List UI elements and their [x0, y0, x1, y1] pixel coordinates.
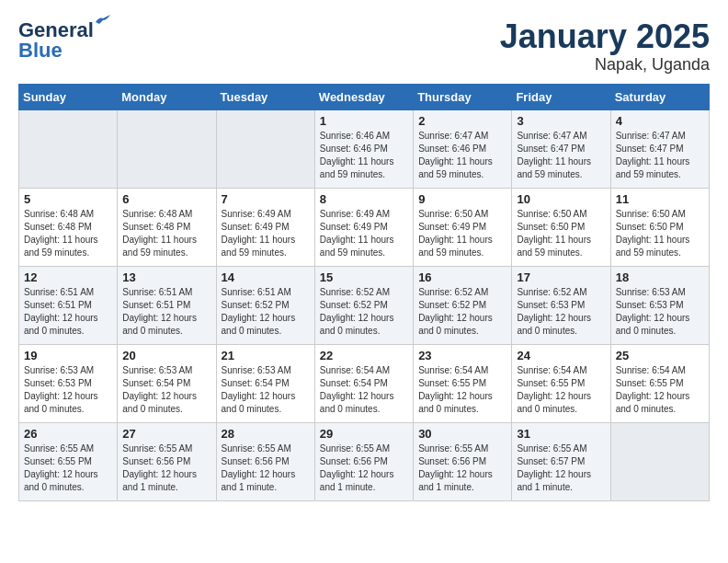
calendar-cell — [216, 109, 314, 188]
weekday-header-monday: Monday — [118, 84, 216, 109]
page-header: General Blue January 2025 Napak, Uganda — [18, 18, 710, 75]
day-info: Sunrise: 6:55 AM Sunset: 6:56 PM Dayligh… — [418, 442, 506, 494]
weekday-header-saturday: Saturday — [610, 84, 709, 109]
logo: General Blue — [18, 18, 94, 63]
calendar-cell: 3Sunrise: 6:47 AM Sunset: 6:47 PM Daylig… — [512, 109, 610, 188]
week-row-2: 5Sunrise: 6:48 AM Sunset: 6:48 PM Daylig… — [19, 188, 710, 266]
calendar-cell: 14Sunrise: 6:51 AM Sunset: 6:52 PM Dayli… — [216, 266, 314, 344]
calendar-header: SundayMondayTuesdayWednesdayThursdayFrid… — [19, 84, 710, 109]
day-info: Sunrise: 6:53 AM Sunset: 6:54 PM Dayligh… — [122, 364, 210, 416]
day-number: 14 — [222, 270, 310, 284]
calendar-cell: 15Sunrise: 6:52 AM Sunset: 6:52 PM Dayli… — [314, 266, 413, 344]
week-row-1: 1Sunrise: 6:46 AM Sunset: 6:46 PM Daylig… — [19, 109, 710, 188]
day-info: Sunrise: 6:50 AM Sunset: 6:50 PM Dayligh… — [616, 208, 704, 259]
calendar-cell: 20Sunrise: 6:53 AM Sunset: 6:54 PM Dayli… — [118, 344, 216, 422]
logo-bird-icon — [94, 15, 110, 28]
calendar-cell: 11Sunrise: 6:50 AM Sunset: 6:50 PM Dayli… — [610, 188, 709, 266]
calendar-cell: 28Sunrise: 6:55 AM Sunset: 6:56 PM Dayli… — [216, 422, 314, 500]
day-info: Sunrise: 6:55 AM Sunset: 6:56 PM Dayligh… — [222, 442, 310, 494]
day-number: 24 — [517, 349, 605, 362]
day-info: Sunrise: 6:53 AM Sunset: 6:54 PM Dayligh… — [222, 364, 310, 416]
calendar-cell: 26Sunrise: 6:55 AM Sunset: 6:55 PM Dayli… — [19, 422, 118, 500]
day-info: Sunrise: 6:55 AM Sunset: 6:56 PM Dayligh… — [122, 442, 210, 494]
day-info: Sunrise: 6:55 AM Sunset: 6:55 PM Dayligh… — [24, 442, 112, 494]
calendar-subtitle: Napak, Uganda — [500, 55, 710, 75]
calendar-cell: 29Sunrise: 6:55 AM Sunset: 6:56 PM Dayli… — [314, 422, 413, 500]
logo-general: General — [18, 18, 94, 41]
calendar-cell: 8Sunrise: 6:49 AM Sunset: 6:49 PM Daylig… — [314, 188, 413, 266]
day-info: Sunrise: 6:55 AM Sunset: 6:57 PM Dayligh… — [517, 442, 605, 494]
weekday-header-row: SundayMondayTuesdayWednesdayThursdayFrid… — [19, 84, 710, 109]
day-number: 21 — [222, 349, 310, 362]
calendar-cell: 5Sunrise: 6:48 AM Sunset: 6:48 PM Daylig… — [19, 188, 118, 266]
calendar-cell — [118, 109, 216, 188]
day-info: Sunrise: 6:49 AM Sunset: 6:49 PM Dayligh… — [320, 208, 408, 259]
day-number: 16 — [418, 270, 506, 284]
calendar-cell — [19, 109, 118, 188]
calendar-cell: 24Sunrise: 6:54 AM Sunset: 6:55 PM Dayli… — [512, 344, 610, 422]
calendar-cell: 6Sunrise: 6:48 AM Sunset: 6:48 PM Daylig… — [118, 188, 216, 266]
day-number: 4 — [616, 114, 704, 128]
day-info: Sunrise: 6:54 AM Sunset: 6:55 PM Dayligh… — [616, 364, 704, 416]
day-number: 15 — [320, 270, 408, 284]
calendar-cell: 1Sunrise: 6:46 AM Sunset: 6:46 PM Daylig… — [314, 109, 413, 188]
day-info: Sunrise: 6:48 AM Sunset: 6:48 PM Dayligh… — [122, 208, 210, 259]
day-info: Sunrise: 6:51 AM Sunset: 6:52 PM Dayligh… — [222, 286, 310, 338]
day-number: 27 — [122, 427, 210, 441]
weekday-header-tuesday: Tuesday — [216, 84, 314, 109]
calendar-cell: 10Sunrise: 6:50 AM Sunset: 6:50 PM Dayli… — [512, 188, 610, 266]
day-info: Sunrise: 6:54 AM Sunset: 6:54 PM Dayligh… — [320, 364, 408, 416]
weekday-header-thursday: Thursday — [414, 84, 512, 109]
day-number: 30 — [418, 427, 506, 441]
day-info: Sunrise: 6:48 AM Sunset: 6:48 PM Dayligh… — [24, 208, 112, 259]
day-number: 7 — [222, 192, 310, 206]
week-row-4: 19Sunrise: 6:53 AM Sunset: 6:53 PM Dayli… — [19, 344, 710, 422]
day-info: Sunrise: 6:47 AM Sunset: 6:47 PM Dayligh… — [517, 130, 605, 181]
day-number: 26 — [24, 427, 112, 441]
day-info: Sunrise: 6:46 AM Sunset: 6:46 PM Dayligh… — [320, 130, 408, 181]
day-info: Sunrise: 6:50 AM Sunset: 6:49 PM Dayligh… — [418, 208, 506, 259]
day-info: Sunrise: 6:47 AM Sunset: 6:47 PM Dayligh… — [616, 130, 704, 181]
day-number: 29 — [320, 427, 408, 441]
calendar-cell: 17Sunrise: 6:52 AM Sunset: 6:53 PM Dayli… — [512, 266, 610, 344]
day-number: 9 — [418, 192, 506, 206]
day-number: 3 — [517, 114, 605, 128]
day-number: 20 — [122, 349, 210, 362]
day-number: 2 — [418, 114, 506, 128]
calendar-table: SundayMondayTuesdayWednesdayThursdayFrid… — [18, 84, 710, 501]
calendar-title: January 2025 — [500, 18, 710, 55]
day-info: Sunrise: 6:52 AM Sunset: 6:52 PM Dayligh… — [320, 286, 408, 338]
week-row-5: 26Sunrise: 6:55 AM Sunset: 6:55 PM Dayli… — [19, 422, 710, 500]
day-number: 12 — [24, 270, 112, 284]
weekday-header-wednesday: Wednesday — [314, 84, 413, 109]
day-info: Sunrise: 6:54 AM Sunset: 6:55 PM Dayligh… — [517, 364, 605, 416]
day-number: 6 — [122, 192, 210, 206]
calendar-cell: 18Sunrise: 6:53 AM Sunset: 6:53 PM Dayli… — [610, 266, 709, 344]
day-info: Sunrise: 6:52 AM Sunset: 6:52 PM Dayligh… — [418, 286, 506, 338]
weekday-header-sunday: Sunday — [19, 84, 118, 109]
calendar-cell: 12Sunrise: 6:51 AM Sunset: 6:51 PM Dayli… — [19, 266, 118, 344]
day-info: Sunrise: 6:47 AM Sunset: 6:46 PM Dayligh… — [418, 130, 506, 181]
day-number: 5 — [24, 192, 112, 206]
day-info: Sunrise: 6:53 AM Sunset: 6:53 PM Dayligh… — [616, 286, 704, 338]
calendar-cell: 9Sunrise: 6:50 AM Sunset: 6:49 PM Daylig… — [414, 188, 512, 266]
day-number: 18 — [616, 270, 704, 284]
calendar-cell: 25Sunrise: 6:54 AM Sunset: 6:55 PM Dayli… — [610, 344, 709, 422]
calendar-cell: 30Sunrise: 6:55 AM Sunset: 6:56 PM Dayli… — [414, 422, 512, 500]
calendar-cell: 19Sunrise: 6:53 AM Sunset: 6:53 PM Dayli… — [19, 344, 118, 422]
calendar-cell: 16Sunrise: 6:52 AM Sunset: 6:52 PM Dayli… — [414, 266, 512, 344]
calendar-cell: 21Sunrise: 6:53 AM Sunset: 6:54 PM Dayli… — [216, 344, 314, 422]
day-info: Sunrise: 6:52 AM Sunset: 6:53 PM Dayligh… — [517, 286, 605, 338]
calendar-cell: 22Sunrise: 6:54 AM Sunset: 6:54 PM Dayli… — [314, 344, 413, 422]
day-info: Sunrise: 6:51 AM Sunset: 6:51 PM Dayligh… — [24, 286, 112, 338]
day-number: 25 — [616, 349, 704, 362]
week-row-3: 12Sunrise: 6:51 AM Sunset: 6:51 PM Dayli… — [19, 266, 710, 344]
calendar-cell: 31Sunrise: 6:55 AM Sunset: 6:57 PM Dayli… — [512, 422, 610, 500]
calendar-cell: 7Sunrise: 6:49 AM Sunset: 6:49 PM Daylig… — [216, 188, 314, 266]
day-number: 28 — [222, 427, 310, 441]
day-info: Sunrise: 6:54 AM Sunset: 6:55 PM Dayligh… — [418, 364, 506, 416]
calendar-cell: 2Sunrise: 6:47 AM Sunset: 6:46 PM Daylig… — [414, 109, 512, 188]
calendar-cell: 23Sunrise: 6:54 AM Sunset: 6:55 PM Dayli… — [414, 344, 512, 422]
day-number: 19 — [24, 349, 112, 362]
day-info: Sunrise: 6:53 AM Sunset: 6:53 PM Dayligh… — [24, 364, 112, 416]
